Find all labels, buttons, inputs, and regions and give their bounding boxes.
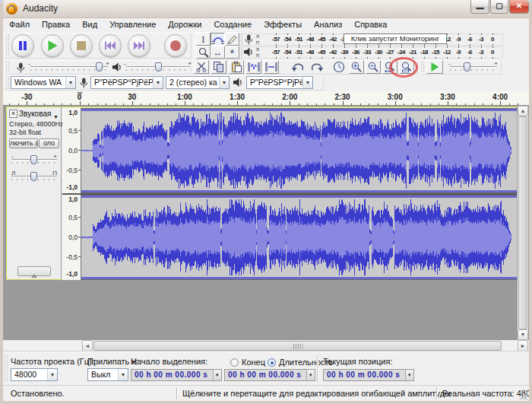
undo-button[interactable] [290, 60, 306, 74]
menu-item[interactable]: Правка [36, 18, 76, 31]
pan-slider[interactable]: ЛП [11, 171, 57, 183]
menu-item[interactable]: Вид [76, 18, 103, 31]
sync-lock-clock-button[interactable] [331, 60, 347, 74]
scroll-right-arrow[interactable]: ► [518, 340, 528, 352]
maximize-button[interactable]: ▢ [490, 0, 508, 14]
playback-speed-slider[interactable]: -+ [450, 62, 497, 73]
meter-tick [435, 57, 436, 59]
horizontal-scroll-thumb[interactable] [93, 341, 502, 351]
meter-tick [470, 44, 470, 46]
resize-grip[interactable] [520, 392, 527, 399]
current-position-field[interactable]: 00 h 00 m 00.000 s▼ [323, 369, 414, 381]
toolbar-grip[interactable] [6, 62, 9, 73]
gain-slider[interactable]: -+ [11, 154, 57, 166]
vertical-ruler-label: -1,0 [66, 183, 78, 191]
record-button[interactable] [164, 34, 187, 57]
cut-button[interactable] [194, 60, 209, 74]
selection-start-field[interactable]: 00 h 00 m 00.000 s▼ [131, 369, 222, 381]
ruler-tick [483, 103, 483, 105]
solo-button[interactable]: оло [39, 138, 59, 148]
toolbar-grip[interactable] [5, 355, 8, 382]
scroll-left-arrow[interactable]: ◄ [82, 340, 93, 352]
selection-length-field[interactable]: 00 h 00 m 00.000 s▼ [224, 369, 315, 381]
skip-to-end-button[interactable] [128, 34, 150, 57]
envelope-line-top[interactable] [81, 196, 517, 198]
scroll-up-arrow[interactable]: ▲ [518, 106, 528, 116]
project-rate-select[interactable]: 48000▼ [11, 368, 58, 381]
menu-item[interactable]: Создание [207, 18, 258, 31]
playback-meter[interactable]: ЛП -57-54-51-48-45-42-39-36-33-30-27-24-… [242, 46, 503, 59]
pause-button[interactable] [11, 34, 34, 57]
vertical-scroll-thumb[interactable] [518, 116, 527, 329]
toolbar-grip[interactable] [6, 34, 9, 57]
trim-audio-button[interactable] [246, 60, 261, 74]
recording-device-select[interactable]: P"PëPSP°PjPëPePë (Re▼ [90, 76, 163, 89]
zoom-in-button[interactable] [349, 60, 364, 74]
audio-host-select[interactable]: Windows WA▼ [11, 76, 76, 89]
copy-button[interactable] [211, 60, 226, 74]
menu-item[interactable]: Анализ [308, 18, 348, 31]
recording-channels-select[interactable]: 2 (стерео) ка▼ [166, 76, 230, 89]
title-bar[interactable]: Audacity ▁ ▢ ✕ [0, 0, 532, 18]
waveform-right-channel[interactable] [81, 195, 517, 280]
waveform-left-channel[interactable] [81, 108, 517, 193]
multi-tool-button[interactable]: * [225, 46, 239, 59]
menu-item[interactable]: Эффекты [258, 18, 308, 31]
menu-item[interactable]: Справка [348, 18, 393, 31]
envelope-line-top[interactable] [81, 109, 517, 111]
vertical-ruler-right-channel[interactable]: 1,00,50,0-0,5-1,0 [62, 195, 81, 280]
ruler-tick [246, 103, 247, 105]
paste-button[interactable] [229, 60, 244, 74]
toolbar-grip[interactable] [6, 77, 9, 89]
envelope-line-bottom[interactable] [81, 190, 517, 192]
vertical-scrollbar[interactable]: ▲ ▼ [518, 106, 528, 340]
mute-button[interactable]: лючить зву [9, 138, 38, 148]
ruler-tick [237, 101, 238, 105]
silence-audio-button[interactable] [264, 60, 279, 74]
redo-button[interactable] [309, 60, 325, 74]
play-at-speed-button[interactable] [426, 60, 443, 74]
snap-to-select[interactable]: Выкл▼ [87, 368, 128, 381]
meter-tick [447, 44, 448, 46]
menu-item[interactable]: Управление [103, 18, 162, 31]
selection-tool-button[interactable]: I [196, 33, 211, 46]
ruler-tick [360, 103, 361, 105]
microphone-icon [16, 62, 25, 73]
envelope-line-bottom[interactable] [81, 277, 517, 279]
vertical-ruler-tick [78, 130, 81, 131]
ruler-tick [343, 101, 344, 105]
timeline-ruler[interactable]: -300301:001:302:002:303:003:304:00 [3, 91, 529, 106]
ruler-tick [395, 101, 396, 105]
minimize-button[interactable]: ▁ [470, 0, 489, 14]
meter-tick [310, 57, 311, 59]
radio-end[interactable]: Конец [230, 358, 265, 367]
output-volume-slider[interactable]: -+ [126, 62, 190, 73]
stop-button[interactable] [70, 34, 93, 57]
zoom-tool-button[interactable] [196, 46, 211, 59]
track-close-button[interactable]: × [9, 110, 17, 118]
horizontal-scrollbar[interactable]: ◄ ► [3, 340, 529, 352]
ruler-tick [229, 103, 230, 105]
menu-item[interactable]: Файл [3, 18, 36, 31]
ruler-tick [509, 103, 510, 105]
playback-device-select[interactable]: P"PëPSP°PjPëPePë (Re▼ [246, 76, 313, 89]
envelope-tool-button[interactable] [211, 33, 225, 46]
vertical-ruler-left-channel[interactable]: 1,00,50,0-0,5-1,0 [62, 108, 81, 193]
collapse-track-button[interactable] [17, 266, 51, 276]
draw-tool-button[interactable] [225, 33, 239, 46]
time-shift-tool-button[interactable]: ↔ [211, 46, 225, 59]
scroll-down-arrow[interactable]: ▼ [518, 329, 528, 340]
skip-to-start-button[interactable] [99, 34, 122, 57]
ruler-tick [211, 103, 212, 105]
close-button[interactable]: ✕ [509, 0, 529, 14]
current-position-label: Текущая позиция: [323, 357, 392, 366]
ruler-tick [193, 103, 194, 105]
meter-tick [401, 44, 402, 46]
track-name-menu[interactable]: Звуковая▼ [19, 109, 59, 119]
input-volume-slider[interactable]: -+ [30, 62, 108, 73]
play-button[interactable] [41, 34, 64, 57]
ruler-tick [518, 103, 518, 105]
toolbar-grip[interactable] [421, 62, 424, 73]
menu-item[interactable]: Дорожки [162, 18, 207, 31]
zoom-out-button[interactable] [366, 60, 381, 74]
